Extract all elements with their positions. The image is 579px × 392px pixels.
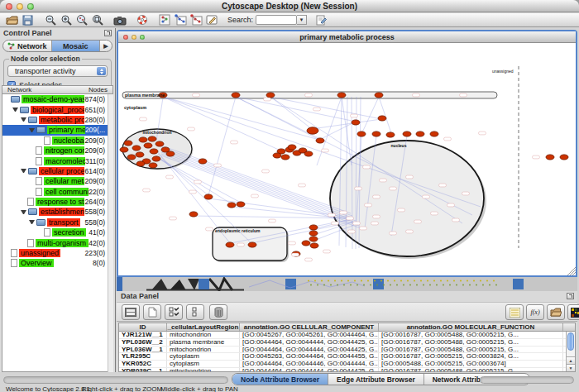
network-node[interactable] xyxy=(378,116,386,121)
zoom-in-icon[interactable] xyxy=(58,13,74,26)
save-session-icon[interactable] xyxy=(20,13,36,26)
tree-row[interactable]: mosaic-demo-yeast874(0) xyxy=(2,94,112,104)
attribute-panel-icon[interactable] xyxy=(122,304,140,320)
table-row[interactable]: YJR121W__1mitochondrion[GO:0045267, GO:0… xyxy=(119,332,575,339)
snapshot-icon[interactable] xyxy=(112,13,127,26)
column-header[interactable]: annotation.GO CELLULAR_COMPONENT xyxy=(240,323,379,331)
tree-row[interactable]: establishment of lo558(0) xyxy=(2,207,112,217)
network-node[interactable] xyxy=(132,146,141,151)
network-node[interactable] xyxy=(199,159,207,164)
network-node[interactable] xyxy=(124,141,132,146)
tree-row[interactable]: multi-organism pro42(0) xyxy=(2,237,112,247)
search-config-icon[interactable] xyxy=(313,13,329,26)
network-node[interactable] xyxy=(357,131,366,136)
select-attributes-icon[interactable] xyxy=(165,304,183,320)
network-node[interactable] xyxy=(302,241,310,246)
zoom-button[interactable] xyxy=(27,3,34,10)
tree-row[interactable]: secretion41(0) xyxy=(2,227,112,237)
network-node[interactable] xyxy=(149,163,157,168)
delete-attribute-icon[interactable] xyxy=(209,304,227,320)
network-node[interactable] xyxy=(136,152,144,157)
tree-row[interactable]: Overview8(0) xyxy=(2,258,112,268)
network-node[interactable] xyxy=(375,93,383,98)
column-header[interactable]: _cellularLayoutRegion xyxy=(167,323,240,331)
network-node[interactable] xyxy=(416,131,424,136)
network-node[interactable] xyxy=(546,155,554,160)
network-node[interactable] xyxy=(120,147,128,152)
tree-row[interactable]: cellular metabo209(0) xyxy=(2,176,112,186)
network-node[interactable] xyxy=(281,155,290,160)
search-input[interactable] xyxy=(256,15,297,25)
table-row[interactable]: YPL036W__1mitochondrion[GO:0044464, GO:0… xyxy=(119,347,575,354)
table-vertical-scrollbar[interactable]: ▲ ▼ xyxy=(566,332,575,371)
zoom-button[interactable] xyxy=(140,35,145,40)
select-first-neighbors-icon[interactable] xyxy=(172,13,188,26)
expand-arrow-icon[interactable] xyxy=(21,117,26,122)
network-node[interactable] xyxy=(232,93,240,98)
tree-row[interactable]: nucleobase-209(0) xyxy=(2,136,112,146)
node-color-dropdown[interactable]: transporter activity xyxy=(7,65,108,77)
network-node[interactable] xyxy=(372,131,380,136)
tree-row[interactable]: unassigned223(0) xyxy=(2,248,112,258)
network-node[interactable] xyxy=(127,155,136,160)
tab-mosaic[interactable]: Mosaic xyxy=(52,41,101,51)
create-attribute-icon[interactable] xyxy=(143,304,161,320)
nucleus-region[interactable] xyxy=(330,141,484,256)
color-matrix-icon[interactable] xyxy=(567,304,579,320)
table-row[interactable]: YKR052Ccytoplasm[GO:0044464, GO:0044446,… xyxy=(119,361,575,368)
table-row[interactable]: YPL036W__2plasma membrane[GO:0044464, GO… xyxy=(119,339,575,347)
network-node[interactable] xyxy=(189,212,198,217)
network-node[interactable] xyxy=(352,120,360,125)
tree-row[interactable]: cellular process614(0) xyxy=(2,166,112,176)
float-panel-icon[interactable] xyxy=(567,293,574,299)
scroll-down-icon[interactable]: ▼ xyxy=(567,364,575,371)
zoom-selected-icon[interactable] xyxy=(74,13,89,26)
tree-row[interactable]: cell communicat22(0) xyxy=(2,187,112,197)
annotation-icon[interactable] xyxy=(203,13,219,26)
network-node[interactable] xyxy=(560,155,568,160)
tree-row[interactable]: metabolic process280(0) xyxy=(2,115,112,125)
network-node[interactable] xyxy=(386,132,395,137)
network-tree[interactable]: mosaic-demo-yeast874(0)biological_proces… xyxy=(2,94,113,372)
vizmapper-icon[interactable] xyxy=(156,13,172,26)
network-node[interactable] xyxy=(150,149,158,154)
scroll-up-icon[interactable]: ▲ xyxy=(567,356,575,364)
expand-arrow-icon[interactable] xyxy=(29,220,35,224)
network-node[interactable] xyxy=(144,143,152,148)
network-node[interactable] xyxy=(136,161,145,166)
attribute-list-icon[interactable] xyxy=(505,304,524,320)
tree-row[interactable]: primary metabo209(... xyxy=(2,125,112,135)
tab-edge-attribute-browser[interactable]: Edge Attribute Browser xyxy=(328,374,424,385)
function-builder-icon[interactable]: f(x) xyxy=(526,304,544,320)
network-node[interactable] xyxy=(166,151,175,156)
open-session-icon[interactable] xyxy=(4,13,20,26)
help-icon[interactable] xyxy=(134,13,150,26)
tree-row[interactable]: response to stimulu264(0) xyxy=(2,197,112,207)
network-node[interactable] xyxy=(337,93,346,98)
expand-arrow-icon[interactable] xyxy=(21,210,26,214)
close-button[interactable] xyxy=(6,3,12,10)
import-attributes-icon[interactable] xyxy=(547,304,565,320)
network-node[interactable] xyxy=(316,138,324,143)
zoom-out-icon[interactable] xyxy=(42,13,58,26)
network-node[interactable] xyxy=(156,141,164,146)
zoom-fit-icon[interactable] xyxy=(89,13,105,26)
network-node[interactable] xyxy=(307,127,318,134)
tree-row[interactable]: macromolecule311(0) xyxy=(2,155,112,165)
tree-row[interactable]: transport558(0) xyxy=(2,218,112,227)
network-canvas[interactable]: plasma membranecytoplasmmitochondrionnuc… xyxy=(118,43,576,275)
tab-overflow-button[interactable]: ▶ xyxy=(100,41,112,51)
expand-arrow-icon[interactable] xyxy=(29,128,35,132)
network-window-titlebar[interactable]: primary metabolic process xyxy=(118,31,576,43)
unselect-attributes-icon[interactable] xyxy=(186,304,204,320)
network-node[interactable] xyxy=(152,156,160,161)
network-node[interactable] xyxy=(273,153,281,158)
tree-scrollbar[interactable] xyxy=(108,94,113,372)
network-node[interactable] xyxy=(310,243,318,248)
search-dropdown-button[interactable]: ▼ xyxy=(297,15,307,25)
tab-node-attribute-browser[interactable]: Node Attribute Browser xyxy=(232,374,328,385)
minimize-button[interactable] xyxy=(132,35,136,40)
network-node[interactable] xyxy=(237,202,245,207)
scrollbar-thumb[interactable] xyxy=(567,332,574,351)
network-node[interactable] xyxy=(430,131,438,136)
